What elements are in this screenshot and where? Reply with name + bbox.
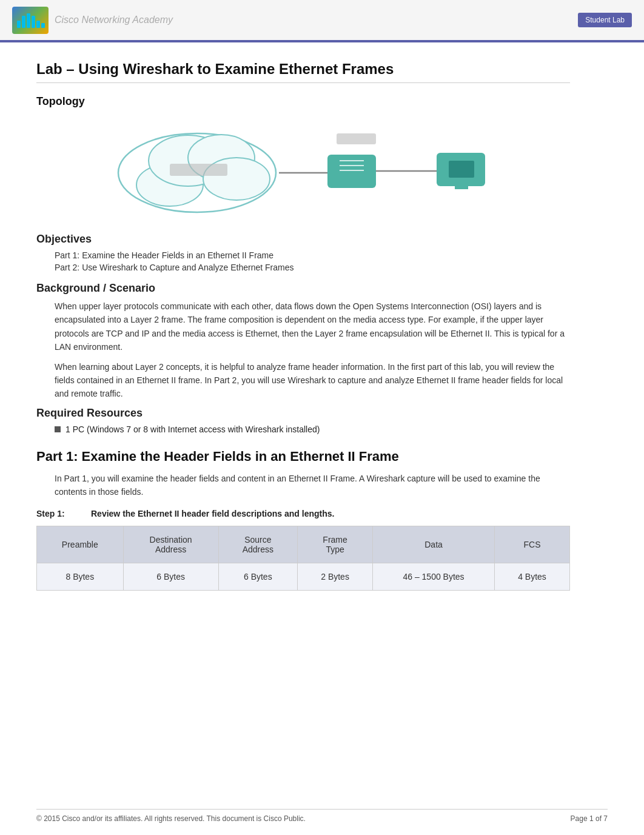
resource-item: 1 PC (Windows 7 or 8 with Internet acces… bbox=[55, 424, 570, 434]
svg-rect-6 bbox=[41, 23, 45, 28]
step1-text: Review the Ethernet II header field desc… bbox=[91, 509, 334, 518]
background-para-2: When learning about Layer 2 concepts, it… bbox=[55, 360, 570, 401]
cell-dest-bytes: 6 Bytes bbox=[123, 563, 218, 590]
footer: © 2015 Cisco and/or its affiliates. All … bbox=[36, 809, 608, 823]
objectives-heading: Objectives bbox=[36, 233, 570, 246]
step1-label: Step 1: bbox=[36, 509, 79, 518]
background-heading: Background / Scenario bbox=[36, 282, 570, 295]
topology-diagram bbox=[91, 115, 515, 218]
table-header-row: Preamble DestinationAddress SourceAddres… bbox=[37, 526, 570, 563]
page-title: Lab – Using Wireshark to Examine Etherne… bbox=[36, 61, 570, 83]
cell-data-bytes: 46 – 1500 Bytes bbox=[373, 563, 495, 590]
col-preamble: Preamble bbox=[37, 526, 124, 563]
resource-text-1: 1 PC (Windows 7 or 8 with Internet acces… bbox=[65, 424, 320, 434]
resources-heading: Required Resources bbox=[36, 407, 570, 420]
part1-intro: In Part 1, you will examine the header f… bbox=[55, 472, 570, 499]
objectives-list: Part 1: Examine the Header Fields in an … bbox=[55, 250, 570, 272]
svg-rect-4 bbox=[32, 16, 35, 28]
svg-rect-2 bbox=[22, 16, 25, 28]
col-fcs: FCS bbox=[495, 526, 570, 563]
cell-fcs-bytes: 4 Bytes bbox=[495, 563, 570, 590]
svg-rect-12 bbox=[170, 164, 227, 176]
objective-2: Part 2: Use Wireshark to Capture and Ana… bbox=[55, 263, 570, 272]
topology-heading: Topology bbox=[36, 95, 570, 108]
ethernet-table: Preamble DestinationAddress SourceAddres… bbox=[36, 526, 570, 591]
step1-heading: Step 1: Review the Ethernet II header fi… bbox=[36, 509, 570, 518]
svg-rect-21 bbox=[449, 161, 474, 178]
cell-src-bytes: 6 Bytes bbox=[218, 563, 298, 590]
cisco-logo-icon bbox=[12, 7, 49, 34]
part1-heading: Part 1: Examine the Header Fields in an … bbox=[36, 449, 570, 464]
svg-rect-5 bbox=[36, 21, 40, 28]
background-section: Background / Scenario When upper layer p… bbox=[36, 282, 570, 401]
table-row: 8 Bytes 6 Bytes 6 Bytes 2 Bytes 46 – 150… bbox=[37, 563, 570, 590]
svg-rect-18 bbox=[337, 133, 376, 144]
objective-1: Part 1: Examine the Header Fields in an … bbox=[55, 250, 570, 260]
academy-title: Cisco Networking Academy bbox=[55, 15, 173, 25]
header-right-label: Student Lab bbox=[578, 13, 632, 27]
svg-rect-1 bbox=[17, 21, 21, 28]
header: Cisco Networking Academy Student Lab bbox=[0, 0, 644, 42]
header-logo: Cisco Networking Academy bbox=[12, 7, 173, 34]
cell-type-bytes: 2 Bytes bbox=[298, 563, 373, 590]
background-para-1: When upper layer protocols communicate w… bbox=[55, 300, 570, 354]
svg-rect-3 bbox=[27, 13, 30, 28]
col-src-addr: SourceAddress bbox=[218, 526, 298, 563]
footer-copyright: © 2015 Cisco and/or its affiliates. All … bbox=[36, 814, 306, 823]
resources-list: 1 PC (Windows 7 or 8 with Internet acces… bbox=[55, 424, 570, 434]
bullet-icon bbox=[55, 426, 61, 432]
footer-page-info: Page 1 of 7 bbox=[571, 814, 608, 823]
objectives-section: Objectives Part 1: Examine the Header Fi… bbox=[36, 233, 570, 272]
svg-rect-22 bbox=[455, 186, 468, 189]
topology-section: Topology bbox=[36, 95, 570, 218]
col-frame-type: FrameType bbox=[298, 526, 373, 563]
col-data: Data bbox=[373, 526, 495, 563]
col-dest-addr: DestinationAddress bbox=[123, 526, 218, 563]
resources-section: Required Resources 1 PC (Windows 7 or 8 … bbox=[36, 407, 570, 434]
svg-rect-14 bbox=[327, 155, 376, 188]
cell-preamble-bytes: 8 Bytes bbox=[37, 563, 124, 590]
